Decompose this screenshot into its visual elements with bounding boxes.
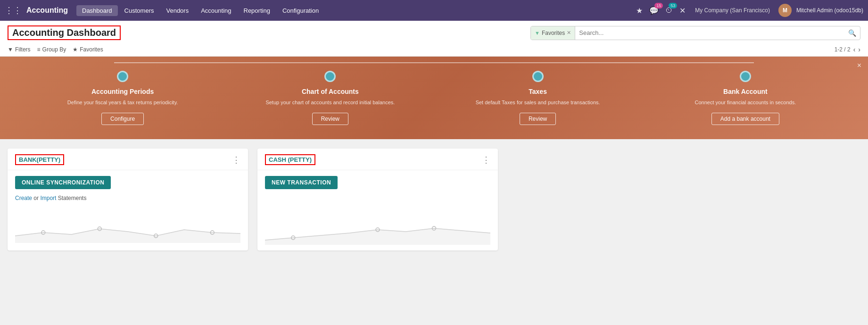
- setup-banner: × Accounting Periods Define your fiscal …: [0, 57, 868, 139]
- cash-petty-card: CASH (PETTY) ⋮ NEW TRANSACTION: [257, 149, 498, 250]
- step-1-button[interactable]: Configure: [101, 113, 144, 125]
- step-1-desc: Define your fiscal years & tax returns p…: [67, 99, 178, 106]
- step-3-button[interactable]: Review: [520, 113, 556, 125]
- activity-badge: 53: [669, 3, 677, 8]
- bank-petty-card: BANK(PETTY) ⋮ ONLINE SYNCHRONIZATION Cre…: [8, 149, 248, 250]
- groupby-button[interactable]: ≡ Group By: [37, 46, 66, 53]
- cash-petty-menu-button[interactable]: ⋮: [482, 155, 490, 165]
- nav-item-vendors[interactable]: Vendors: [160, 5, 194, 16]
- cash-petty-card-body: NEW TRANSACTION: [257, 170, 498, 250]
- step-2-title: Chart of Accounts: [302, 88, 359, 95]
- user-name: Mitchell Admin (odoo15db): [796, 7, 863, 14]
- next-page-button[interactable]: ›: [858, 46, 860, 53]
- import-statement-link[interactable]: Import: [40, 195, 56, 201]
- page-title: Accounting Dashboard: [8, 25, 121, 40]
- cash-petty-title: CASH (PETTY): [265, 154, 315, 165]
- step-chart-of-accounts: Chart of Accounts Setup your chart of ac…: [226, 71, 434, 125]
- favorites-tag-icon: ▼: [535, 30, 540, 36]
- top-navigation: ⋮⋮ Accounting Dashboard Customers Vendor…: [0, 0, 868, 21]
- step-4-desc: Connect your financial accounts in secon…: [695, 99, 796, 106]
- search-input[interactable]: [575, 29, 844, 36]
- app-name: Accounting: [26, 6, 68, 15]
- step-2-button[interactable]: Review: [312, 113, 348, 125]
- new-transaction-button[interactable]: NEW TRANSACTION: [265, 176, 338, 189]
- step-3-desc: Set default Taxes for sales and purchase…: [476, 99, 600, 106]
- bank-petty-menu-button[interactable]: ⋮: [232, 155, 240, 165]
- filter-bar: ▼ Filters ≡ Group By ★ Favorites: [8, 46, 103, 53]
- bank-petty-chart: [15, 205, 240, 243]
- step-accounting-periods: Accounting Periods Define your fiscal ye…: [19, 71, 226, 125]
- step-bank-account: Bank Account Connect your financial acco…: [642, 71, 849, 125]
- step-1-title: Accounting Periods: [91, 88, 154, 95]
- nav-item-dashboard[interactable]: Dashboard: [76, 5, 118, 16]
- grid-icon[interactable]: ⋮⋮: [5, 5, 22, 16]
- online-sync-button[interactable]: ONLINE SYNCHRONIZATION: [15, 176, 111, 189]
- groupby-label: Group By: [42, 46, 66, 53]
- chat-icon-btn[interactable]: 💬 15: [648, 5, 660, 16]
- statements-text: Statements: [56, 195, 86, 201]
- step-taxes: Taxes Set default Taxes for sales and pu…: [434, 71, 642, 125]
- favorites-icon: ★: [73, 46, 78, 53]
- nav-right-section: ★ 💬 15 ⏲ 53 ✕ My Company (San Francisco)…: [635, 4, 863, 17]
- groupby-icon: ≡: [37, 46, 41, 53]
- header-row-1: Accounting Dashboard ▼ Favorites ✕ 🔍: [8, 25, 860, 44]
- bank-petty-card-header: BANK(PETTY) ⋮: [8, 149, 248, 170]
- nav-item-reporting[interactable]: Reporting: [238, 5, 276, 16]
- prev-page-button[interactable]: ‹: [853, 46, 856, 53]
- step-line: [114, 62, 754, 63]
- filters-button[interactable]: ▼ Filters: [8, 46, 31, 53]
- favorites-tag: ▼ Favorites ✕: [531, 26, 575, 40]
- favorites-button[interactable]: ★ Favorites: [73, 46, 103, 53]
- create-statement-link[interactable]: Create: [15, 195, 32, 201]
- cash-petty-card-header: CASH (PETTY) ⋮: [257, 149, 498, 170]
- chat-badge: 15: [654, 3, 663, 8]
- bank-petty-link-row: Create or Import Statements: [15, 195, 240, 201]
- or-text: or: [32, 195, 40, 201]
- favorites-tag-close[interactable]: ✕: [567, 30, 571, 36]
- content-header: Accounting Dashboard ▼ Favorites ✕ 🔍 ▼ F…: [0, 21, 868, 57]
- cards-area: BANK(PETTY) ⋮ ONLINE SYNCHRONIZATION Cre…: [0, 139, 868, 260]
- nav-menu: Dashboard Customers Vendors Accounting R…: [76, 5, 632, 16]
- header-row-2: ▼ Filters ≡ Group By ★ Favorites 1-2 / 2…: [8, 44, 860, 56]
- pagination-text: 1-2 / 2: [835, 46, 851, 53]
- step-2-desc: Setup your chart of accounts and record …: [265, 99, 395, 106]
- step-dot-4: [740, 71, 751, 82]
- step-dot-1: [117, 71, 128, 82]
- search-bar: ▼ Favorites ✕ 🔍: [530, 26, 860, 40]
- banner-steps: Accounting Periods Define your fiscal ye…: [19, 71, 849, 125]
- step-3-title: Taxes: [529, 88, 547, 95]
- bank-petty-title: BANK(PETTY): [15, 154, 64, 165]
- banner-close-button[interactable]: ×: [857, 61, 861, 70]
- close-icon-btn[interactable]: ✕: [678, 5, 686, 16]
- nav-item-configuration[interactable]: Configuration: [277, 5, 324, 16]
- favorites-filter-label: Favorites: [80, 46, 103, 53]
- activity-icon-btn[interactable]: ⏲ 53: [664, 5, 674, 16]
- star-icon-btn[interactable]: ★: [635, 5, 644, 16]
- bank-petty-card-body: ONLINE SYNCHRONIZATION Create or Import …: [8, 170, 248, 249]
- user-avatar[interactable]: M: [778, 4, 792, 17]
- step-dot-2: [324, 71, 336, 82]
- filters-label: Filters: [15, 46, 31, 53]
- pagination: 1-2 / 2 ‹ ›: [835, 46, 860, 53]
- nav-item-accounting[interactable]: Accounting: [195, 5, 237, 16]
- filter-icon: ▼: [8, 46, 13, 53]
- company-name: My Company (San Francisco): [695, 7, 770, 14]
- search-button[interactable]: 🔍: [844, 29, 860, 37]
- nav-item-customers[interactable]: Customers: [119, 5, 160, 16]
- step-dot-3: [532, 71, 544, 82]
- favorites-tag-label: Favorites: [542, 30, 565, 36]
- step-4-button[interactable]: Add a bank account: [711, 113, 779, 125]
- cash-petty-chart: [265, 207, 490, 245]
- step-4-title: Bank Account: [723, 88, 768, 95]
